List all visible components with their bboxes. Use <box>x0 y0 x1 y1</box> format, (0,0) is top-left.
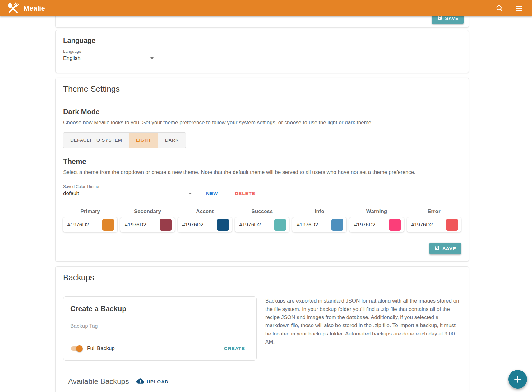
theme-heading: Theme <box>63 157 461 166</box>
color-chip[interactable] <box>389 219 401 231</box>
dark-mode-heading: Dark Mode <box>63 108 461 116</box>
color-chip[interactable] <box>160 219 172 231</box>
theme-settings-title: Theme Settings <box>56 78 469 100</box>
theme-section: Theme Select a theme from the dropdown o… <box>56 156 469 234</box>
upload-backup-button[interactable]: UPLOAD <box>134 375 171 388</box>
dark-mode-option-dark[interactable]: DARK <box>158 133 186 148</box>
dark-mode-description: Choose how Mealie looks to you. Set your… <box>63 119 461 127</box>
upload-button-label: UPLOAD <box>147 379 169 384</box>
search-button[interactable] <box>493 2 507 15</box>
available-backups-heading: Available Backups <box>68 377 129 386</box>
color-chip[interactable] <box>102 219 114 231</box>
theme-description: Select a theme from the dropdown or crea… <box>63 169 461 176</box>
search-icon <box>496 4 504 12</box>
saved-theme-row: Saved Color Theme default NEW DELETE <box>63 184 461 199</box>
saved-theme-label: Saved Color Theme <box>63 184 194 189</box>
swatch-card-success[interactable]: #1976D2 <box>235 217 289 232</box>
swatch-hex: #1976D2 <box>125 222 146 228</box>
swatch-success: Success #1976D2 <box>235 208 289 232</box>
swatch-label: Error <box>407 208 461 215</box>
app-title[interactable]: Mealie <box>24 4 45 12</box>
general-settings-card-bottom: SAVE <box>55 16 469 28</box>
mealie-logo-icon[interactable] <box>6 2 20 15</box>
swatch-card-warning[interactable]: #1976D2 <box>349 217 404 232</box>
theme-save-row: SAVE <box>56 233 469 261</box>
swatch-label: Primary <box>63 208 117 215</box>
create-backup-title: Create a Backup <box>70 305 249 313</box>
chevron-down-icon <box>150 57 154 59</box>
color-chip[interactable] <box>446 219 458 231</box>
swatch-accent: Accent #1976D2 <box>178 208 232 232</box>
language-select[interactable]: English <box>63 54 155 64</box>
hamburger-menu-icon <box>515 4 523 12</box>
saved-theme-value: default <box>63 190 79 196</box>
swatch-card-primary[interactable]: #1976D2 <box>63 217 117 232</box>
color-swatch-row: Primary #1976D2 Secondary #1976D2 Accent <box>63 208 461 232</box>
new-theme-button[interactable]: NEW <box>202 188 222 198</box>
delete-theme-button[interactable]: DELETE <box>230 188 260 198</box>
swatch-label: Info <box>292 208 346 215</box>
theme-settings-card: Theme Settings Dark Mode Choose how Meal… <box>55 78 469 262</box>
language-card-title: Language <box>63 37 461 45</box>
full-backup-toggle[interactable] <box>70 345 83 352</box>
swatch-hex: #1976D2 <box>182 222 204 228</box>
swatch-card-error[interactable]: #1976D2 <box>407 217 461 232</box>
swatch-card-secondary[interactable]: #1976D2 <box>120 217 174 232</box>
swatch-info: Info #1976D2 <box>292 208 346 232</box>
save-icon <box>434 245 440 252</box>
swatch-label: Accent <box>178 208 232 215</box>
full-backup-row: Full Backup CREATE <box>70 343 249 353</box>
swatch-hex: #1976D2 <box>411 222 433 228</box>
app-bar: Mealie <box>0 0 532 16</box>
language-field-label: Language <box>63 49 461 54</box>
swatch-hex: #1976D2 <box>67 222 89 228</box>
swatch-label: Success <box>235 208 289 215</box>
plus-icon <box>513 375 522 384</box>
saved-theme-field: Saved Color Theme default <box>63 184 194 199</box>
menu-button[interactable] <box>512 2 526 15</box>
backup-tag-row <box>70 321 249 331</box>
color-chip[interactable] <box>217 219 229 231</box>
divider <box>63 155 461 155</box>
swatch-card-accent[interactable]: #1976D2 <box>178 217 232 232</box>
toggle-thumb[interactable] <box>76 345 83 352</box>
swatch-warning: Warning #1976D2 <box>349 208 404 232</box>
swatch-primary: Primary #1976D2 <box>63 208 117 232</box>
available-backups-row: Available Backups UPLOAD <box>56 368 469 388</box>
save-button-label: SAVE <box>442 246 456 251</box>
theme-save-button[interactable]: SAVE <box>429 243 461 254</box>
backup-tag-input[interactable] <box>70 321 249 331</box>
backups-description: Backups are exported in standard JSON fo… <box>265 296 461 361</box>
color-chip[interactable] <box>331 219 343 231</box>
dark-mode-section: Dark Mode Choose how Mealie looks to you… <box>56 100 469 156</box>
chevron-down-icon <box>189 193 192 194</box>
swatch-hex: #1976D2 <box>354 222 375 228</box>
full-backup-label: Full Backup <box>87 345 115 352</box>
swatch-label: Secondary <box>120 208 174 215</box>
create-backup-button[interactable]: CREATE <box>220 343 249 353</box>
backups-title: Backups <box>56 267 469 289</box>
dark-mode-option-default-to-system[interactable]: DEFAULT TO SYSTEM <box>63 133 129 148</box>
backup-body: Create a Backup Full Backup CREATE Backu… <box>56 289 469 368</box>
dark-mode-option-light[interactable]: LIGHT <box>129 133 158 148</box>
swatch-hex: #1976D2 <box>297 222 318 228</box>
add-fab-button[interactable] <box>508 370 527 389</box>
saved-theme-select[interactable]: default <box>63 189 194 199</box>
language-select-value: English <box>63 55 81 61</box>
backups-card: Backups Create a Backup Full Backup CREA… <box>55 266 469 392</box>
language-card: Language Language English <box>55 30 469 73</box>
create-backup-card: Create a Backup Full Backup CREATE <box>63 296 257 361</box>
color-chip[interactable] <box>274 219 286 231</box>
swatch-secondary: Secondary #1976D2 <box>120 208 174 232</box>
cloud-upload-icon <box>136 377 144 386</box>
swatch-label: Warning <box>349 208 404 215</box>
dark-mode-button-group: DEFAULT TO SYSTEM LIGHT DARK <box>63 132 186 148</box>
swatch-error: Error #1976D2 <box>407 208 461 232</box>
settings-page: SAVE Language Language English Theme Set… <box>55 16 469 392</box>
swatch-card-info[interactable]: #1976D2 <box>292 217 346 232</box>
swatch-hex: #1976D2 <box>239 222 261 228</box>
